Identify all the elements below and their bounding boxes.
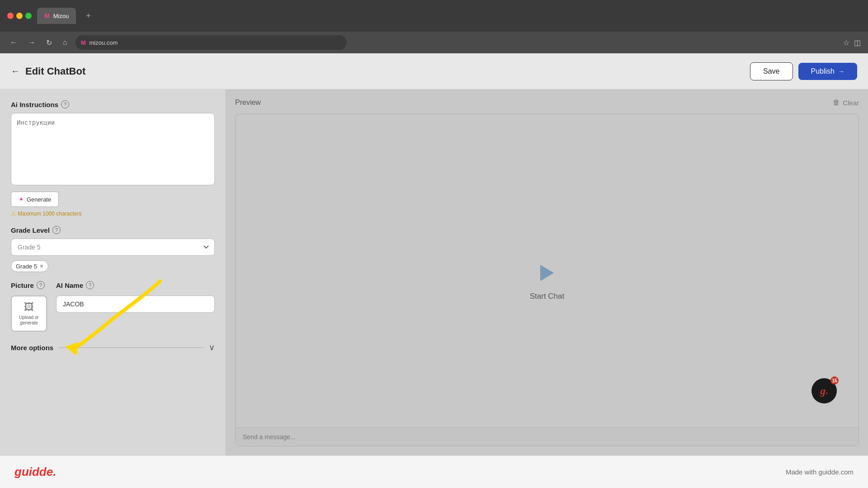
generate-sparkle-icon: ✦ <box>19 196 24 203</box>
picture-col: Picture ? 🖼 Upload or generate <box>11 281 47 332</box>
grade-level-help-icon[interactable]: ? <box>52 226 61 234</box>
guidde-g-letter: g <box>820 385 826 397</box>
picture-help-icon[interactable]: ? <box>37 281 45 289</box>
publish-button[interactable]: Publish → <box>798 63 857 80</box>
ainame-label: AI Name ? <box>56 281 215 289</box>
address-brand-icon: M <box>81 39 86 46</box>
save-button[interactable]: Save <box>750 62 793 80</box>
guidde-dot: . <box>826 386 828 396</box>
browser-tab-title: Mizou <box>53 13 69 19</box>
more-options-divider <box>59 347 203 348</box>
dot-green <box>25 13 32 19</box>
nav-home-button[interactable]: ⌂ <box>60 37 70 48</box>
ainame-input[interactable] <box>56 296 215 313</box>
extensions-icon[interactable]: ◫ <box>854 38 861 47</box>
upload-label: Upload or generate <box>12 315 46 326</box>
preview-header: Preview 🗑 Clear <box>235 99 859 107</box>
browser-dots <box>7 13 32 19</box>
nav-right-icons: ☆ ◫ <box>843 38 861 47</box>
guidde-badge[interactable]: g . 15 <box>811 378 837 404</box>
warning-icon: ⚠ <box>11 211 16 217</box>
left-panel: Ai Instructions ? ✦ Generate ⚠ Maximum 1… <box>0 89 226 455</box>
nav-back-button[interactable]: ← <box>7 37 20 48</box>
preview-area: Start Chat g . 15 <box>235 114 859 446</box>
picture-label: Picture ? <box>11 281 47 289</box>
publish-arrow-icon: → <box>838 68 844 75</box>
grade-level-section: Grade Level ? Choose a grade... Grade 1 … <box>11 226 215 272</box>
message-input[interactable] <box>243 433 851 441</box>
nav-forward-button[interactable]: → <box>25 37 38 48</box>
app-container: ← Edit ChatBot Save Publish → Ai Instruc… <box>0 53 868 455</box>
clear-icon: 🗑 <box>833 99 840 107</box>
chevron-down-icon: ∨ <box>209 343 215 352</box>
footer-tagline: Made with guidde.com <box>786 468 854 476</box>
nav-refresh-button[interactable]: ↻ <box>43 37 55 49</box>
footer-logo: guidde. <box>14 465 56 479</box>
main-content: Ai Instructions ? ✦ Generate ⚠ Maximum 1… <box>0 89 868 455</box>
browser-nav: ← → ↻ ⌂ M mizou.com ☆ ◫ <box>0 32 868 53</box>
mizou-tab-icon: M <box>44 12 50 19</box>
instructions-textarea[interactable] <box>11 113 215 185</box>
clear-button[interactable]: 🗑 Clear <box>833 99 859 107</box>
ainame-col: AI Name ? <box>56 281 215 313</box>
message-input-row <box>236 427 859 446</box>
address-bar[interactable]: M mizou.com <box>75 35 347 50</box>
more-options-row[interactable]: More options ∨ <box>11 343 215 352</box>
new-tab-button[interactable]: + <box>81 9 95 23</box>
app-header: ← Edit ChatBot Save Publish → <box>0 53 868 89</box>
preview-label: Preview <box>235 99 261 107</box>
grade-level-label: Grade Level ? <box>11 226 215 234</box>
ai-instructions-section: Ai Instructions ? ✦ Generate ⚠ Maximum 1… <box>11 100 215 217</box>
ai-instructions-help-icon[interactable]: ? <box>61 100 69 108</box>
grade-tag: Grade 5 × <box>11 256 215 272</box>
play-button[interactable] <box>533 259 561 286</box>
picture-ainame-row: Picture ? 🖼 Upload or generate AI Name ? <box>11 281 215 332</box>
generate-button[interactable]: ✦ Generate <box>11 192 59 207</box>
guidde-notification-badge: 15 <box>830 376 839 385</box>
picture-ainame-section: Picture ? 🖼 Upload or generate AI Name ? <box>11 281 215 332</box>
grade-tag-remove-button[interactable]: × <box>40 263 43 270</box>
right-panel: Preview 🗑 Clear Start Chat <box>226 89 868 455</box>
upload-box[interactable]: 🖼 Upload or generate <box>11 296 47 332</box>
browser-tab[interactable]: M Mizou <box>37 8 76 24</box>
dot-yellow <box>16 13 23 19</box>
page-title: Edit ChatBot <box>25 66 85 77</box>
ai-instructions-label: Ai Instructions ? <box>11 100 215 108</box>
ainame-help-icon[interactable]: ? <box>86 281 94 289</box>
start-chat-container: Start Chat <box>530 259 565 301</box>
grade-5-tag: Grade 5 × <box>11 260 48 272</box>
footer: guidde. Made with guidde.com <box>0 455 868 488</box>
dot-red <box>7 13 14 19</box>
clear-label: Clear <box>843 99 859 107</box>
play-triangle-icon <box>540 265 554 281</box>
bookmark-icon[interactable]: ☆ <box>843 38 849 47</box>
upload-image-icon: 🖼 <box>24 301 34 313</box>
header-actions: Save Publish → <box>750 62 857 80</box>
browser-chrome: M Mizou + <box>0 0 868 32</box>
char-limit-notice: ⚠ Maximum 1000 characters <box>11 211 215 217</box>
grade-select[interactable]: Choose a grade... Grade 1 Grade 2 Grade … <box>11 239 215 256</box>
start-chat-label: Start Chat <box>530 292 565 301</box>
back-button[interactable]: ← <box>11 66 20 76</box>
guidde-badge-container: g . 15 <box>822 389 848 414</box>
publish-label: Publish <box>811 67 835 75</box>
more-options-label: More options <box>11 344 53 352</box>
address-text: mizou.com <box>90 39 118 46</box>
